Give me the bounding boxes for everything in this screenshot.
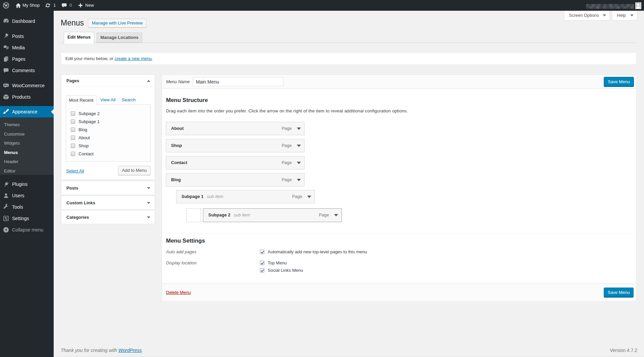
svg-text:Woo: Woo [4, 84, 8, 86]
svg-text:W: W [4, 3, 8, 8]
